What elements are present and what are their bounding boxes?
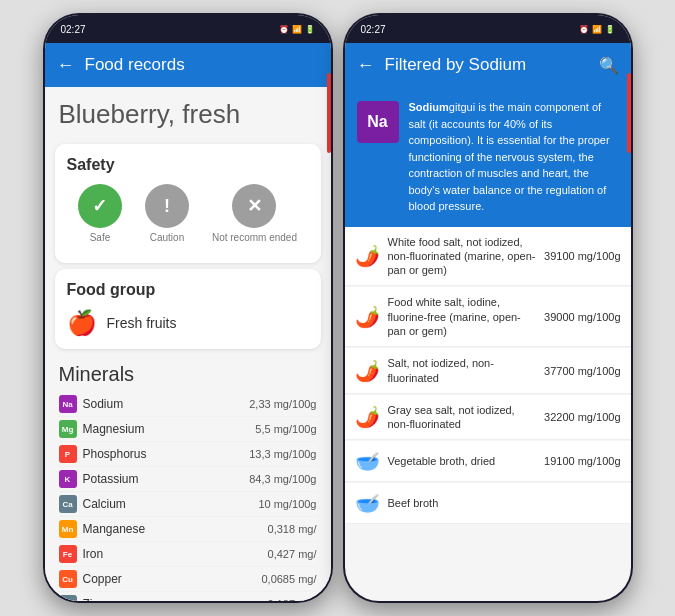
mineral-badge: K <box>59 470 77 488</box>
mineral-badge: P <box>59 445 77 463</box>
mineral-value: 5,5 mg/100g <box>255 423 316 435</box>
food-list[interactable]: 🌶️ White food salt, not iodized, non-flu… <box>345 227 631 602</box>
mineral-value: 10 mg/100g <box>258 498 316 510</box>
battery-icon: 🔋 <box>305 25 315 34</box>
sodium-text: Sodiumgitgui is the main component of sa… <box>409 99 619 215</box>
food-item-value: 37700 mg/100g <box>544 365 620 377</box>
food-group-card: Food group 🍎 Fresh fruits <box>55 269 321 349</box>
food-list-item[interactable]: 🌶️ Salt, not iodized, non-fluorinated 37… <box>345 348 631 394</box>
sodium-description: gitgui is the main component of salt (it… <box>409 101 610 212</box>
not-recommended-label: Not recomm ended <box>212 232 297 243</box>
food-item-name: Beef broth <box>388 496 613 510</box>
mineral-badge: Zn <box>59 595 77 601</box>
mineral-row: Na Sodium 2,33 mg/100g <box>59 392 317 417</box>
status-time-2: 02:27 <box>361 24 386 35</box>
mineral-name: Magnesium <box>83 422 250 436</box>
status-bar-1: 02:27 ⏰ 📶 🔋 <box>45 15 331 43</box>
food-item-value: 19100 mg/100g <box>544 455 620 467</box>
mineral-row: K Potassium 84,3 mg/100g <box>59 467 317 492</box>
food-item-icon: 🌶️ <box>355 405 380 429</box>
mineral-name: Phosphorus <box>83 447 244 461</box>
wifi-icon: 📶 <box>292 25 302 34</box>
mineral-value: 84,3 mg/100g <box>249 473 316 485</box>
mineral-row: Ca Calcium 10 mg/100g <box>59 492 317 517</box>
food-item-name: Salt, not iodized, non-fluorinated <box>388 356 537 385</box>
safety-icons-row: ✓ Safe ! Caution ✕ Not recomm ended <box>67 184 309 243</box>
mineral-name: Iron <box>83 547 262 561</box>
status-time-1: 02:27 <box>61 24 86 35</box>
food-item-name: White food salt, not iodized, non-fluori… <box>388 235 537 278</box>
food-item-icon: 🥣 <box>355 491 380 515</box>
mineral-name: Potassium <box>83 472 244 486</box>
safety-item-safe: ✓ Safe <box>78 184 122 243</box>
app-bar-2: ← Filtered by Sodium 🔍 <box>345 43 631 87</box>
na-badge: Na <box>357 101 399 143</box>
food-item-value: 39100 mg/100g <box>544 250 620 262</box>
mineral-value: 0,0685 mg/ <box>261 573 316 585</box>
mineral-badge: Na <box>59 395 77 413</box>
safety-title: Safety <box>67 156 309 174</box>
mineral-row: Cu Copper 0,0685 mg/ <box>59 567 317 592</box>
mineral-name: Copper <box>83 572 256 586</box>
phone-1: 02:27 ⏰ 📶 🔋 ← Food records Blueberry, fr… <box>43 13 333 603</box>
wifi-icon-2: 📶 <box>592 25 602 34</box>
food-item-icon: 🌶️ <box>355 359 380 383</box>
screen-content-1: Blueberry, fresh Safety ✓ Safe ! Caution <box>45 87 331 601</box>
food-list-item[interactable]: 🥣 Vegetable broth, dried 19100 mg/100g <box>345 441 631 482</box>
sodium-bold: Sodium <box>409 101 449 113</box>
status-bar-2: 02:27 ⏰ 📶 🔋 <box>345 15 631 43</box>
app-bar-title-1: Food records <box>85 55 319 75</box>
battery-icon-2: 🔋 <box>605 25 615 34</box>
food-item-icon: 🌶️ <box>355 305 380 329</box>
food-list-item[interactable]: 🥣 Beef broth <box>345 483 631 524</box>
mineral-row: Mn Manganese 0,318 mg/ <box>59 517 317 542</box>
status-icons-2: ⏰ 📶 🔋 <box>579 25 615 34</box>
safe-circle[interactable]: ✓ <box>78 184 122 228</box>
mineral-badge: Fe <box>59 545 77 563</box>
mineral-name: Calcium <box>83 497 253 511</box>
food-group-title: Food group <box>67 281 309 299</box>
alarm-icon-2: ⏰ <box>579 25 589 34</box>
mineral-badge: Mn <box>59 520 77 538</box>
food-list-item[interactable]: 🌶️ White food salt, not iodized, non-flu… <box>345 227 631 287</box>
mineral-value: 0,318 mg/ <box>268 523 317 535</box>
food-item-name: Gray sea salt, not iodized, non-fluorina… <box>388 403 537 432</box>
not-recommended-circle[interactable]: ✕ <box>232 184 276 228</box>
food-item-icon: 🌶️ <box>355 244 380 268</box>
mineral-row: Fe Iron 0,427 mg/ <box>59 542 317 567</box>
food-item-icon: 🥣 <box>355 449 380 473</box>
food-group-name: Fresh fruits <box>107 315 177 331</box>
red-bar-1 <box>327 73 331 153</box>
safety-item-caution: ! Caution <box>145 184 189 243</box>
mineral-value: 0,427 mg/ <box>268 548 317 560</box>
search-icon[interactable]: 🔍 <box>599 56 619 75</box>
fruit-icon: 🍎 <box>67 309 97 337</box>
safety-item-not-recommended: ✕ Not recomm ended <box>212 184 297 243</box>
mineral-name: Sodium <box>83 397 244 411</box>
food-item-value: 32200 mg/100g <box>544 411 620 423</box>
alarm-icon: ⏰ <box>279 25 289 34</box>
mineral-value: 0,187 mg/ <box>268 598 317 601</box>
back-button-1[interactable]: ← <box>57 55 75 76</box>
safety-card: Safety ✓ Safe ! Caution ✕ Not recomm end <box>55 144 321 263</box>
minerals-section: Minerals Na Sodium 2,33 mg/100g Mg Magne… <box>45 355 331 601</box>
sodium-info-card: Na Sodiumgitgui is the main component of… <box>345 87 631 227</box>
mineral-value: 2,33 mg/100g <box>249 398 316 410</box>
food-list-item[interactable]: 🌶️ Gray sea salt, not iodized, non-fluor… <box>345 395 631 441</box>
food-item-value: 39000 mg/100g <box>544 311 620 323</box>
food-item-name: Vegetable broth, dried <box>388 454 537 468</box>
caution-circle[interactable]: ! <box>145 184 189 228</box>
minerals-title: Minerals <box>59 363 317 386</box>
mineral-badge: Mg <box>59 420 77 438</box>
mineral-row: P Phosphorus 13,3 mg/100g <box>59 442 317 467</box>
mineral-row: Mg Magnesium 5,5 mg/100g <box>59 417 317 442</box>
safe-label: Safe <box>90 232 111 243</box>
mineral-badge: Ca <box>59 495 77 513</box>
food-title: Blueberry, fresh <box>45 87 331 138</box>
back-button-2[interactable]: ← <box>357 55 375 76</box>
status-icons-1: ⏰ 📶 🔋 <box>279 25 315 34</box>
minerals-list: Na Sodium 2,33 mg/100g Mg Magnesium 5,5 … <box>59 392 317 601</box>
mineral-name: Zinc <box>83 597 262 601</box>
mineral-row: Zn Zinc 0,187 mg/ <box>59 592 317 601</box>
food-list-item[interactable]: 🌶️ Food white salt, iodine, fluorine-fre… <box>345 287 631 347</box>
